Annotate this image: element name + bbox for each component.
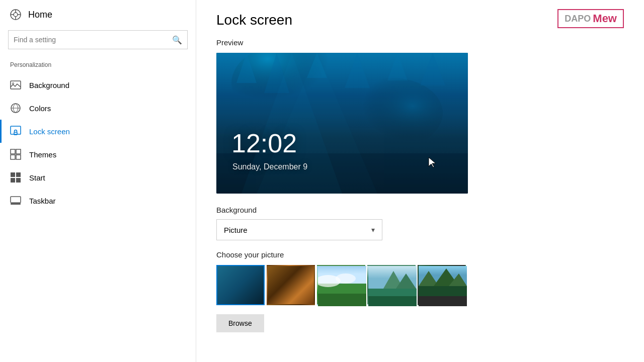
svg-rect-12: [11, 149, 15, 154]
svg-rect-46: [419, 296, 467, 306]
svg-rect-13: [16, 149, 21, 154]
svg-point-23: [342, 78, 443, 148]
svg-rect-11: [14, 132, 17, 135]
sidebar-item-colors[interactable]: Colors: [0, 97, 196, 120]
home-icon: [10, 9, 21, 20]
home-nav-item[interactable]: Home: [0, 0, 196, 27]
picture-grid: [216, 265, 624, 305]
dropdown-arrow-icon: ▾: [371, 226, 375, 234]
lock-screen-label: Lock screen: [29, 127, 70, 136]
thumb-4-img: [368, 266, 417, 306]
brand-gray-text: DAPO: [565, 14, 591, 24]
brand-mew-text: Mew: [593, 12, 617, 25]
thumb-5-img: [419, 266, 467, 306]
themes-icon: [10, 149, 21, 160]
brand-badge: DAPO Mew: [557, 9, 624, 28]
dropdown-selected-value: Picture: [224, 226, 248, 234]
thumb-3-img: [318, 266, 366, 306]
picture-thumb-4[interactable]: [367, 265, 416, 305]
home-label: Home: [28, 10, 52, 20]
taskbar-icon: [10, 195, 21, 206]
svg-rect-14: [11, 155, 15, 159]
svg-rect-16: [11, 172, 15, 177]
svg-rect-18: [11, 178, 15, 183]
browse-button[interactable]: Browse: [216, 314, 264, 332]
background-icon: [10, 79, 21, 90]
preview-date: Sunday, December 9: [232, 162, 307, 171]
svg-rect-20: [11, 197, 21, 203]
colors-label: Colors: [29, 104, 51, 113]
svg-rect-21: [11, 203, 21, 205]
colors-icon: [10, 103, 21, 114]
start-icon: [10, 172, 21, 183]
svg-marker-29: [420, 53, 445, 85]
sidebar: Home 🔍 Personalization Background Colors: [0, 0, 196, 362]
search-box[interactable]: 🔍: [8, 30, 188, 49]
personalization-label: Personalization: [0, 58, 196, 73]
preview-time: 12:02: [231, 128, 297, 158]
picture-thumb-3[interactable]: [317, 265, 365, 305]
picture-thumb-5[interactable]: [418, 265, 466, 305]
svg-rect-36: [318, 294, 366, 306]
sidebar-item-lock-screen[interactable]: Lock screen: [0, 120, 196, 143]
background-label: Background: [29, 81, 69, 89]
svg-rect-41: [368, 296, 417, 306]
main-content: Lock screen Preview: [196, 0, 644, 362]
search-icon-button[interactable]: 🔍: [172, 35, 182, 45]
svg-rect-17: [16, 172, 21, 177]
picture-thumb-2[interactable]: [267, 265, 315, 305]
svg-marker-28: [387, 53, 408, 80]
choose-picture-label: Choose your picture: [216, 250, 624, 259]
sidebar-item-background[interactable]: Background: [0, 73, 196, 97]
taskbar-label: Taskbar: [29, 197, 56, 205]
svg-point-1: [14, 13, 18, 17]
preview-label: Preview: [216, 38, 624, 47]
svg-point-7: [13, 83, 14, 84]
sidebar-item-taskbar[interactable]: Taskbar: [0, 189, 196, 212]
svg-rect-19: [16, 178, 21, 183]
sidebar-item-start[interactable]: Start: [0, 166, 196, 189]
lock-screen-preview: 12:02 Sunday, December 9: [216, 53, 468, 194]
background-dropdown[interactable]: Picture ▾: [216, 219, 382, 240]
search-input[interactable]: [14, 36, 172, 44]
background-section-label: Background: [216, 206, 624, 214]
lock-screen-icon: [10, 126, 21, 137]
svg-rect-15: [16, 155, 21, 159]
start-label: Start: [29, 173, 45, 182]
svg-point-38: [336, 274, 356, 284]
ice-cave-svg: [216, 53, 468, 194]
picture-thumb-1[interactable]: [216, 265, 265, 305]
themes-label: Themes: [29, 150, 56, 159]
sidebar-item-themes[interactable]: Themes: [0, 143, 196, 166]
